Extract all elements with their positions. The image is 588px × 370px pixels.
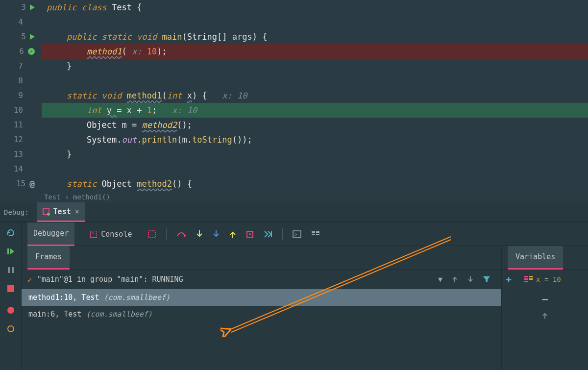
filter-icon[interactable] — [483, 275, 490, 283]
line-number: 10 — [13, 103, 23, 118]
force-step-into-icon[interactable] — [213, 230, 220, 239]
gutter-row[interactable]: 12 — [0, 132, 38, 147]
gutter-row[interactable]: 10 — [0, 103, 38, 118]
dropdown-icon[interactable]: ▼ — [438, 275, 442, 284]
gutter-row[interactable]: 4 — [0, 15, 38, 29]
debug-tab-title: Test — [53, 207, 71, 216]
stack-frame[interactable]: method1:10, Test (com.smallbeef) — [22, 289, 501, 306]
code-line[interactable] — [42, 162, 588, 176]
variables-tab[interactable]: Variables — [508, 246, 563, 270]
divider — [282, 228, 283, 240]
debug-panel: Debug: Test × — [0, 203, 588, 370]
code-line[interactable]: Object m = method2(); — [42, 118, 588, 132]
resume-icon[interactable] — [6, 247, 15, 256]
line-number: 6 — [14, 44, 24, 59]
gutter-row[interactable]: 15@ — [0, 176, 38, 191]
app-icon — [43, 208, 49, 215]
gutter-row[interactable]: 11 — [0, 118, 38, 132]
step-out-icon[interactable] — [229, 230, 236, 239]
frames-tab[interactable]: Frames — [27, 246, 70, 270]
run-gutter-icon[interactable] — [30, 34, 35, 40]
code-line[interactable]: public class Test { — [42, 0, 588, 15]
thread-selector[interactable]: ✓ "main"@1 in group "main": RUNNING ▼ — [22, 270, 501, 289]
tab-debugger[interactable]: Debugger — [27, 222, 74, 246]
svg-point-8 — [249, 233, 251, 235]
remove-icon[interactable]: − — [541, 293, 548, 305]
rerun-icon[interactable] — [6, 228, 15, 237]
gutter-row[interactable]: 5 — [0, 29, 38, 44]
code-line[interactable]: static void method1(int x) { x: 10 — [42, 88, 588, 103]
stack-frame[interactable]: main:6, Test (com.smallbeef) — [22, 306, 501, 322]
gutter-row[interactable]: 8 — [0, 74, 38, 88]
svg-rect-19 — [529, 276, 533, 277]
debug-label: Debug: — [4, 208, 34, 216]
breakpoint-check-icon[interactable]: ✓ — [28, 48, 35, 55]
line-number: 5 — [16, 29, 26, 44]
gutter-row[interactable]: 14 — [0, 162, 38, 176]
svg-rect-1 — [8, 267, 10, 273]
view-breakpoints-icon[interactable] — [6, 306, 15, 315]
svg-point-4 — [7, 307, 14, 314]
svg-rect-9 — [271, 231, 272, 237]
variable-name: x — [536, 275, 540, 283]
var-filter-icon[interactable] — [524, 276, 533, 283]
svg-rect-20 — [529, 278, 533, 280]
line-number: 12 — [13, 132, 23, 147]
gutter-row[interactable]: 6✓ — [0, 44, 38, 59]
move-up-icon[interactable] — [541, 312, 548, 319]
evaluate-expression-icon[interactable]: >_ — [293, 230, 301, 238]
code-editor[interactable]: 3456✓789101112131415@ public class Test … — [0, 0, 588, 191]
next-frame-icon[interactable] — [467, 276, 474, 283]
code-line[interactable]: static Object method2() { — [42, 176, 588, 191]
tab-debugger-label: Debugger — [33, 229, 69, 238]
gutter: 3456✓789101112131415@ — [0, 0, 42, 191]
gutter-row[interactable]: 3 — [0, 0, 38, 15]
run-gutter-icon[interactable] — [30, 4, 35, 10]
gutter-row[interactable]: 7 — [0, 59, 38, 74]
line-number: 7 — [13, 59, 23, 74]
mute-breakpoints-icon[interactable] — [6, 324, 15, 333]
svg-rect-6 — [148, 231, 155, 238]
pause-icon[interactable] — [6, 266, 15, 274]
run-to-cursor-icon[interactable] — [264, 230, 272, 238]
prev-frame-icon[interactable] — [451, 276, 458, 283]
line-number: 11 — [13, 118, 23, 132]
drop-frame-icon[interactable] — [246, 230, 254, 238]
divider — [166, 228, 167, 240]
code-line[interactable] — [42, 74, 588, 88]
close-icon[interactable]: × — [75, 207, 79, 216]
check-icon: ✓ — [27, 275, 32, 284]
gutter-row[interactable]: 13 — [0, 147, 38, 162]
step-over-icon[interactable] — [176, 230, 186, 239]
debug-left-toolbar — [0, 222, 22, 370]
add-watch-icon[interactable]: + — [506, 273, 512, 285]
tab-console[interactable]: Console — [84, 222, 138, 246]
line-number: 8 — [13, 74, 23, 88]
svg-rect-3 — [7, 285, 14, 292]
code-line[interactable]: int y = x + 1; x: 10 — [42, 103, 588, 118]
svg-rect-14 — [316, 231, 319, 233]
code-line[interactable]: } — [42, 59, 588, 74]
code-content[interactable]: public class Test { public static void m… — [42, 0, 588, 191]
line-number: 15 — [16, 176, 25, 191]
show-execution-point-icon[interactable] — [147, 230, 156, 239]
trace-icon[interactable] — [311, 230, 320, 238]
gutter-row[interactable]: 9 — [0, 88, 38, 103]
debug-tabs-row: Debugger Console >_ — [22, 222, 588, 246]
svg-rect-16 — [524, 276, 528, 277]
svg-rect-15 — [316, 234, 319, 235]
code-line[interactable]: } — [42, 147, 588, 162]
code-line[interactable] — [42, 15, 588, 29]
svg-rect-17 — [524, 278, 528, 280]
step-into-icon[interactable] — [196, 230, 203, 239]
stop-icon[interactable] — [6, 284, 15, 293]
code-line[interactable]: public static void main(String[] args) { — [42, 29, 588, 44]
svg-rect-18 — [524, 281, 528, 282]
code-line[interactable]: System.out.println(m.toString()); — [42, 132, 588, 147]
debug-run-tab[interactable]: Test × — [37, 202, 85, 222]
annotation-icon: @ — [29, 176, 35, 191]
variable-value: 10 — [553, 275, 561, 283]
code-line[interactable]: method1( x: 10); — [42, 44, 588, 59]
variable-entry[interactable]: x = 10 — [536, 275, 561, 283]
breadcrumb[interactable]: Test › method1() — [0, 191, 588, 203]
